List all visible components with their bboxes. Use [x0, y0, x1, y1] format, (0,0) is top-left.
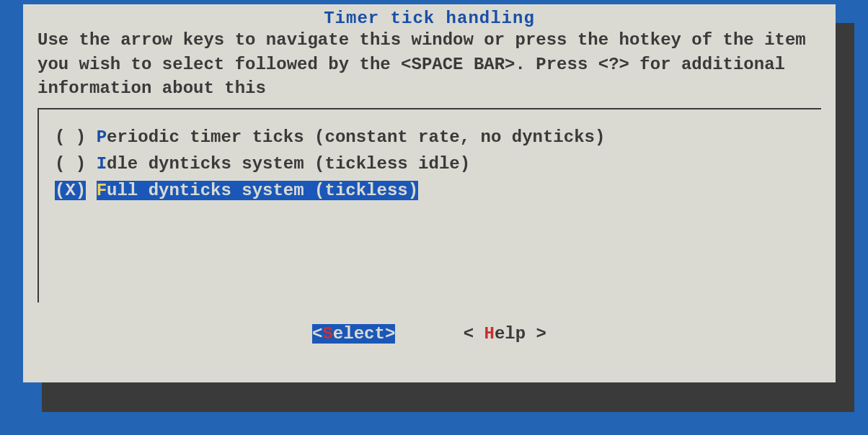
option-hotkey: I — [97, 154, 107, 174]
option-label: eriodic timer ticks (constant rate, no d… — [107, 127, 605, 147]
dialog-instructions: Use the arrow keys to navigate this wind… — [37, 28, 821, 101]
option-label: ull dynticks system (tickless) — [107, 181, 418, 200]
dialog-buttons: <Select> < Help > — [37, 324, 821, 344]
help-button[interactable]: < Help > — [464, 324, 546, 344]
option-hotkey: F — [97, 181, 107, 200]
dialog-title: Timer tick handling — [37, 9, 821, 28]
radio-marker: ( ) — [55, 154, 86, 174]
button-hotkey: H — [484, 324, 495, 344]
option-label: dle dynticks system (tickless idle) — [107, 154, 470, 174]
option-idle-dynticks[interactable]: ( ) Idle dynticks system (tickless idle) — [55, 151, 805, 177]
option-full-dynticks[interactable]: (X) Full dynticks system (tickless) — [55, 177, 805, 204]
select-button[interactable]: <Select> — [312, 324, 395, 344]
button-hotkey: S — [322, 324, 332, 344]
option-periodic[interactable]: ( ) Periodic timer ticks (constant rate,… — [55, 124, 805, 151]
option-hotkey: P — [97, 127, 107, 147]
options-box: ( ) Periodic timer ticks (constant rate,… — [37, 108, 821, 302]
radio-marker: ( ) — [55, 127, 86, 147]
radio-marker: (X) — [55, 181, 86, 200]
menuconfig-dialog: Timer tick handling Use the arrow keys t… — [23, 4, 836, 382]
